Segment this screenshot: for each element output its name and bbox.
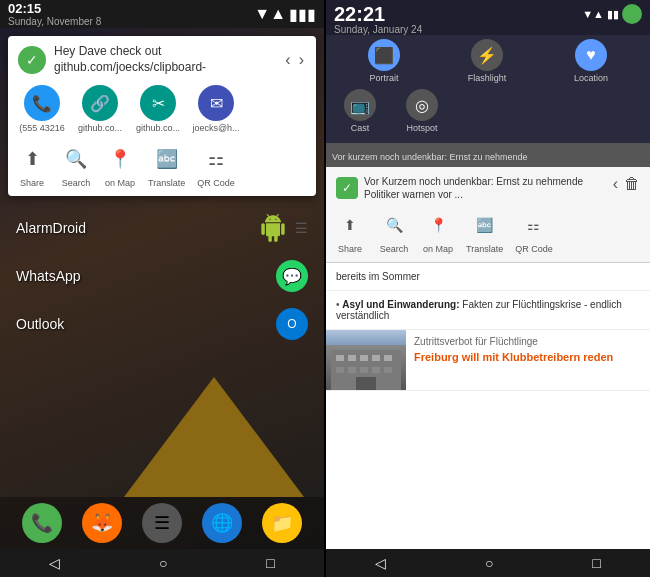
action-search[interactable]: 🔍 Search bbox=[60, 143, 92, 188]
chip-phone[interactable]: 📞 (555 43216 bbox=[16, 85, 68, 133]
news-card-text: Zutrittsverbot für Flüchtlinge Freiburg … bbox=[406, 330, 650, 390]
back-button-right[interactable]: ◁ bbox=[375, 555, 386, 571]
status-icons-left: ▼▲ ▮▮▮ bbox=[254, 5, 316, 24]
action-search-right[interactable]: 🔍 Search bbox=[378, 209, 410, 254]
qs-cast-label: Cast bbox=[351, 123, 370, 133]
time-right: 22:21 bbox=[334, 4, 422, 24]
left-panel: 02:15 Sunday, November 8 ▼▲ ▮▮▮ ✓ Hey Da… bbox=[0, 0, 324, 577]
qr-icon: ⚏ bbox=[200, 143, 232, 175]
search-icon-left: 🔍 bbox=[60, 143, 92, 175]
notif-nav-arrows[interactable]: ‹ › bbox=[283, 49, 306, 71]
wifi-icon: ▼▲ bbox=[254, 5, 286, 23]
scissors-chip-icon: ✂ bbox=[140, 85, 176, 121]
notif-share-actions: ⬆ Share 🔍 Search 📍 on Map 🔤 Translate ⚏ … bbox=[8, 139, 316, 196]
status-bar-right: 22:21 Sunday, January 24 ▼▲ ▮▮ bbox=[326, 0, 650, 35]
action-map[interactable]: 📍 on Map bbox=[104, 143, 136, 188]
svg-rect-5 bbox=[384, 355, 392, 361]
status-bar-left: 02:15 Sunday, November 8 ▼▲ ▮▮▮ bbox=[0, 0, 324, 28]
app-item-outlook[interactable]: Outlook O bbox=[0, 300, 324, 348]
pyramid-decoration bbox=[124, 377, 304, 497]
share-icon: ⬆ bbox=[16, 143, 48, 175]
app-label-outlook: Outlook bbox=[16, 316, 64, 332]
chip-email-label: joecks@h... bbox=[192, 123, 239, 133]
app-item-whatsapp[interactable]: WhatsApp 💬 bbox=[0, 252, 324, 300]
notif-header-text: Vor kurzem noch undenkbar: Ernst zu nehm… bbox=[332, 152, 528, 162]
signal-icon-right: ▼▲ bbox=[582, 8, 604, 20]
notif-message-right: Vor Kurzem noch undenkbar: Ernst zu nehm… bbox=[358, 175, 613, 201]
action-qr-right[interactable]: ⚏ QR Code bbox=[515, 209, 553, 254]
home-button-left[interactable]: ○ bbox=[159, 555, 167, 571]
svg-rect-3 bbox=[360, 355, 368, 361]
prev-arrow[interactable]: ‹ bbox=[283, 49, 292, 71]
qs-location[interactable]: ♥ Location bbox=[574, 39, 608, 83]
app-label-whatsapp: WhatsApp bbox=[16, 268, 81, 284]
notif-share-actions-right: ⬆ Share 🔍 Search 📍 on Map 🔤 Translate ⚏ … bbox=[326, 205, 650, 262]
notif-nav-right[interactable]: ‹ 🗑 bbox=[613, 175, 640, 193]
qs-row-2: 📺 Cast ◎ Hotspot bbox=[334, 89, 642, 133]
action-qr[interactable]: ⚏ QR Code bbox=[197, 143, 235, 188]
avatar-icon bbox=[622, 4, 642, 24]
action-map-right[interactable]: 📍 on Map bbox=[422, 209, 454, 254]
nav-bar-right: ◁ ○ □ bbox=[326, 549, 650, 577]
news-card-image bbox=[326, 330, 406, 390]
prev-arrow-right[interactable]: ‹ bbox=[613, 175, 618, 193]
location-icon: ♥ bbox=[575, 39, 607, 71]
date-right: Sunday, January 24 bbox=[334, 24, 422, 35]
chip-phone-label: (555 43216 bbox=[19, 123, 65, 133]
qs-hotspot-label: Hotspot bbox=[406, 123, 437, 133]
notification-card-left: ✓ Hey Dave check out github.com/joecks/c… bbox=[8, 36, 316, 196]
qs-cast[interactable]: 📺 Cast bbox=[344, 89, 376, 133]
notif-message: Hey Dave check out github.com/joecks/cli… bbox=[46, 44, 283, 75]
chip-link1-label: github.co... bbox=[78, 123, 122, 133]
news-card-title: Freiburg will mit Klubbetreibern reden bbox=[414, 350, 642, 364]
news-card[interactable]: Zutrittsverbot für Flüchtlinge Freiburg … bbox=[326, 330, 650, 391]
svg-rect-2 bbox=[348, 355, 356, 361]
app-list: AlarmDroid ☰ WhatsApp 💬 Outlook O bbox=[0, 204, 324, 348]
qs-portrait[interactable]: ⬛ Portrait bbox=[368, 39, 400, 83]
delete-icon-right[interactable]: 🗑 bbox=[624, 175, 640, 193]
qs-hotspot[interactable]: ◎ Hotspot bbox=[406, 89, 438, 133]
chip-email[interactable]: ✉ joecks@h... bbox=[190, 85, 242, 133]
back-button-left[interactable]: ◁ bbox=[49, 555, 60, 571]
app-label-alarmdroid: AlarmDroid bbox=[16, 220, 86, 236]
dock-menu[interactable]: ☰ bbox=[142, 503, 182, 543]
chip-link1[interactable]: 🔗 github.co... bbox=[74, 85, 126, 133]
dock-firefox[interactable]: 🦊 bbox=[82, 503, 122, 543]
news-area: bereits im Sommer • Asyl und Einwanderun… bbox=[326, 263, 650, 549]
app-item-alarmdroid[interactable]: AlarmDroid ☰ bbox=[0, 204, 324, 252]
battery-icon-right: ▮▮ bbox=[607, 8, 619, 21]
dock-phone[interactable]: 📞 bbox=[22, 503, 62, 543]
notif-app-icon-right: ✓ bbox=[336, 177, 358, 199]
dock-files[interactable]: 📁 bbox=[262, 503, 302, 543]
link1-chip-icon: 🔗 bbox=[82, 85, 118, 121]
svg-rect-8 bbox=[360, 367, 368, 373]
quick-settings: ⬛ Portrait ⚡ Flashlight ♥ Location 📺 Cas… bbox=[326, 35, 650, 143]
svg-rect-9 bbox=[372, 367, 380, 373]
translate-icon: 🔤 bbox=[151, 143, 183, 175]
svg-rect-11 bbox=[356, 377, 376, 390]
phone-chip-icon: 📞 bbox=[24, 85, 60, 121]
action-share[interactable]: ⬆ Share bbox=[16, 143, 48, 188]
svg-rect-4 bbox=[372, 355, 380, 361]
action-share-right[interactable]: ⬆ Share bbox=[334, 209, 366, 254]
next-arrow[interactable]: › bbox=[297, 49, 306, 71]
recents-button-right[interactable]: □ bbox=[592, 555, 600, 571]
recents-button-left[interactable]: □ bbox=[266, 555, 274, 571]
share-icon-right: ⬆ bbox=[334, 209, 366, 241]
action-translate-right[interactable]: 🔤 Translate bbox=[466, 209, 503, 254]
qr-icon-right: ⚏ bbox=[518, 209, 550, 241]
map-icon: 📍 bbox=[104, 143, 136, 175]
notif-header: ✓ Hey Dave check out github.com/joecks/c… bbox=[8, 36, 316, 79]
news-item-1: bereits im Sommer bbox=[326, 263, 650, 291]
android-icon bbox=[257, 212, 289, 244]
notif-header-right: ✓ Vor Kurzem noch undenkbar: Ernst zu ne… bbox=[326, 167, 650, 205]
chip-scissors[interactable]: ✂ github.co... bbox=[132, 85, 184, 133]
svg-rect-7 bbox=[348, 367, 356, 373]
home-button-right[interactable]: ○ bbox=[485, 555, 493, 571]
flashlight-icon: ⚡ bbox=[471, 39, 503, 71]
news-bold-1: Asyl und Einwanderung: bbox=[342, 299, 459, 310]
qs-flashlight[interactable]: ⚡ Flashlight bbox=[468, 39, 507, 83]
dock-browser[interactable]: 🌐 bbox=[202, 503, 242, 543]
action-translate[interactable]: 🔤 Translate bbox=[148, 143, 185, 188]
news-card-headline: Zutrittsverbot für Flüchtlinge bbox=[414, 336, 642, 347]
